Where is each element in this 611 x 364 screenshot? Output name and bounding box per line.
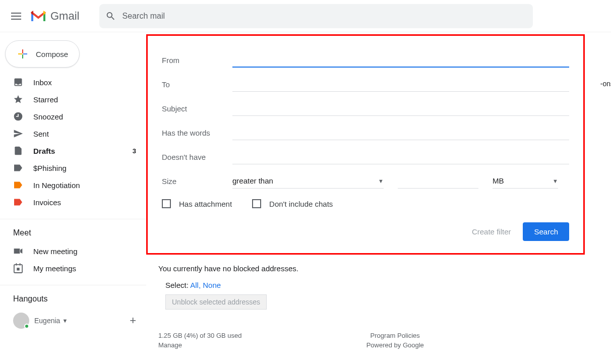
search-button[interactable]: Search xyxy=(523,222,569,241)
sidebar-item-snoozed[interactable]: Snoozed xyxy=(0,108,146,125)
size-label: Size xyxy=(162,177,232,186)
has-attachment-label: Has attachment xyxy=(179,200,232,208)
sidebar-item-invoices[interactable]: Invoices xyxy=(0,194,146,211)
chevron-down-icon: ▼ xyxy=(553,178,558,184)
hangouts-section-title: Hangouts xyxy=(0,290,146,309)
menu-icon[interactable] xyxy=(4,4,28,28)
dont-include-chats-checkbox[interactable] xyxy=(252,199,261,208)
add-hangout-icon[interactable]: + xyxy=(130,314,136,327)
to-label: To xyxy=(162,80,232,89)
size-value-input[interactable] xyxy=(398,173,478,189)
star-icon xyxy=(13,94,23,104)
gmail-logo-icon xyxy=(30,10,46,22)
has-attachment-checkbox[interactable] xyxy=(162,199,171,208)
to-input[interactable] xyxy=(232,77,569,92)
gmail-logo[interactable]: Gmail xyxy=(30,10,79,23)
search-filter-panel: From To Subject Has the words Doesn't ha… xyxy=(146,34,585,255)
addons-text-fragment: -ons xyxy=(600,80,611,88)
label-icon xyxy=(13,197,23,207)
chevron-down-icon[interactable]: ▼ xyxy=(62,318,68,324)
drafts-icon xyxy=(13,146,23,156)
subject-input[interactable] xyxy=(232,101,569,116)
blocked-message: You currently have no blocked addresses. xyxy=(158,264,599,273)
powered-text: Powered by Google xyxy=(366,341,424,349)
haswords-label: Has the words xyxy=(162,129,232,137)
select-label: Select: xyxy=(165,281,189,289)
subject-label: Subject xyxy=(162,104,232,113)
haswords-input[interactable] xyxy=(232,125,569,140)
size-unit-dropdown[interactable]: MB ▼ xyxy=(493,173,558,189)
sidebar: Compose Inbox Starred Snoozed Sent Draft… xyxy=(0,32,146,351)
dont-include-chats-label: Don't include chats xyxy=(269,200,333,208)
sidebar-item-inbox[interactable]: Inbox xyxy=(0,74,146,91)
storage-text: 1.25 GB (4%) of 30 GB used xyxy=(158,332,241,339)
size-operator-dropdown[interactable]: greater than ▼ xyxy=(232,173,384,189)
create-filter-button[interactable]: Create filter xyxy=(472,227,511,236)
blocked-addresses-section: You currently have no blocked addresses.… xyxy=(146,254,611,320)
hangouts-user[interactable]: Eugenia ▼ xyxy=(13,313,68,329)
clock-icon xyxy=(13,111,23,122)
manage-link[interactable]: Manage xyxy=(158,341,182,349)
app-header: Gmail xyxy=(0,0,611,32)
compose-label: Compose xyxy=(36,50,68,58)
from-label: From xyxy=(162,56,232,65)
sidebar-item-starred[interactable]: Starred xyxy=(0,91,146,108)
from-input[interactable] xyxy=(232,52,569,68)
doesnthave-input[interactable] xyxy=(232,149,569,164)
search-input[interactable] xyxy=(123,12,527,21)
label-icon xyxy=(13,180,23,190)
sidebar-item-my-meetings[interactable]: My meetings xyxy=(0,260,146,277)
svg-rect-2 xyxy=(20,263,21,266)
gmail-logo-text: Gmail xyxy=(50,10,79,23)
footer: 1.25 GB (4%) of 30 GB used Manage Progra… xyxy=(146,320,611,351)
label-icon xyxy=(13,163,23,173)
policies-link[interactable]: Program Policies xyxy=(371,332,420,339)
presence-dot xyxy=(24,324,29,329)
compose-button[interactable]: Compose xyxy=(5,40,80,68)
select-none-link[interactable]: None xyxy=(203,281,221,289)
hangouts-row: Eugenia ▼ + xyxy=(0,309,146,333)
calendar-icon xyxy=(13,263,23,273)
svg-rect-3 xyxy=(17,268,19,270)
select-all-link[interactable]: All xyxy=(190,281,199,289)
sidebar-item-negotiation[interactable]: In Negotiation xyxy=(0,176,146,194)
meet-section-title: Meet xyxy=(0,224,146,242)
avatar xyxy=(13,313,29,329)
inbox-icon xyxy=(13,77,23,87)
search-icon xyxy=(105,11,116,22)
chevron-down-icon: ▼ xyxy=(378,178,384,184)
unblock-button[interactable]: Unblock selected addresses xyxy=(165,294,267,310)
search-bar[interactable] xyxy=(99,4,533,28)
send-icon xyxy=(13,129,23,139)
sidebar-item-phishing[interactable]: $Phishing xyxy=(0,159,146,176)
doesnthave-label: Doesn't have xyxy=(162,153,232,161)
plus-icon xyxy=(17,48,29,60)
main-area: -ons From To Subject Has the words Doesn… xyxy=(146,32,611,351)
sidebar-item-sent[interactable]: Sent xyxy=(0,125,146,142)
svg-rect-1 xyxy=(16,263,17,266)
sidebar-item-new-meeting[interactable]: New meeting xyxy=(0,242,146,260)
sidebar-item-drafts[interactable]: Drafts 3 xyxy=(0,142,146,159)
video-icon xyxy=(13,246,23,256)
